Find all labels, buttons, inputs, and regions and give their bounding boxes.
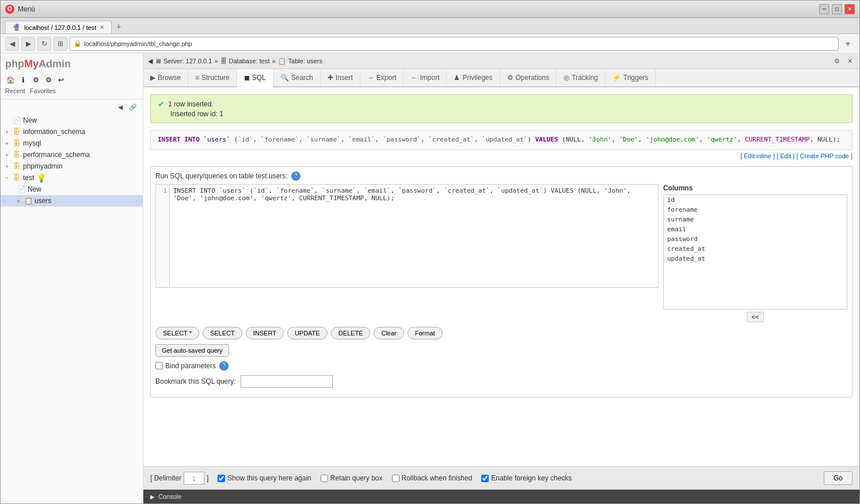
forward-button[interactable]: ▶ — [21, 37, 35, 51]
create-php-link[interactable]: [ Create PHP code ] — [796, 152, 853, 159]
test-new-label: New — [28, 185, 41, 193]
column-created_at[interactable]: created_at — [664, 244, 847, 254]
link-icon[interactable]: 🔗 — [128, 102, 138, 112]
bookmark-input[interactable] — [241, 375, 333, 388]
sql-values-kw: VALUES — [535, 136, 562, 143]
column-updated_at[interactable]: updated_at — [664, 254, 847, 264]
select-star-button[interactable]: SELECT * — [155, 327, 199, 339]
recent-fav-bar: Recent Favorites — [5, 87, 138, 94]
tab-close-button[interactable]: ✕ — [100, 24, 104, 30]
sidebar-item-information_schema[interactable]: + 🗄 information_schema — [1, 126, 143, 138]
show-again-checkbox-label[interactable]: Show this query here again — [218, 474, 311, 482]
sql-textarea[interactable]: INSERT INTO `users` (`id`, `forename`, `… — [169, 184, 659, 288]
column-email[interactable]: email — [664, 224, 847, 234]
sql-col-updated: `updated_at` — [482, 136, 527, 143]
home-icon[interactable]: 🏠 — [5, 75, 16, 85]
tab-privileges[interactable]: ♟ Privileges — [447, 69, 500, 86]
retain-box-checkbox[interactable] — [321, 475, 328, 482]
reload-button[interactable]: ↻ — [37, 37, 51, 51]
logo-my: My — [24, 58, 39, 70]
bookmark-row: Bookmark this SQL query: — [155, 375, 847, 388]
foreign-key-checkbox[interactable] — [481, 475, 489, 482]
foreign-key-checkbox-label[interactable]: Enable foreign key checks — [481, 474, 572, 482]
sidebar-item-users[interactable]: + 📋 users — [1, 195, 143, 207]
back-button[interactable]: ◀ — [5, 37, 19, 51]
update-button[interactable]: UPDATE — [287, 327, 328, 339]
tab-tracking[interactable]: ◎ Tracking — [557, 69, 606, 86]
grid-button[interactable]: ⊞ — [54, 37, 67, 51]
sql-editor-box: Run SQL query/queries on table test.user… — [150, 166, 853, 398]
edit-link[interactable]: [ Edit ] — [777, 152, 794, 159]
tab-operations[interactable]: ⚙ Operations — [500, 69, 557, 86]
show-again-checkbox[interactable] — [218, 475, 225, 482]
tab-search[interactable]: 🔍 Search — [273, 69, 321, 86]
tab-browse[interactable]: ▶ Browse — [143, 69, 188, 86]
auto-save-button[interactable]: Get auto-saved query — [155, 344, 229, 357]
db-icon-info: 🗄 — [12, 127, 21, 136]
new-tab-button[interactable]: + — [112, 20, 125, 33]
sidebar-item-mysql[interactable]: + 🗄 mysql — [1, 138, 143, 149]
content-header: ◀ 🖥 Server: 127.0.0.1 » 🗄 Database: test… — [143, 54, 859, 69]
back-nav-icon[interactable]: ◀ — [148, 58, 153, 65]
sql-preview: INSERT INTO `users` (`id`, `forename`, `… — [150, 130, 853, 150]
sidebar-item-test-new[interactable]: 📄 New — [1, 184, 143, 195]
collapse-icon[interactable]: ◀ — [115, 102, 125, 112]
maximize-button[interactable]: □ — [832, 4, 842, 14]
column-forename[interactable]: forename — [664, 205, 847, 215]
tab-structure[interactable]: ≡ Structure — [188, 69, 237, 86]
breadcrumb-table: Table: users — [288, 58, 322, 64]
columns-label: Columns — [663, 184, 847, 192]
tab-triggers[interactable]: ⚡ Triggers — [606, 69, 656, 86]
settings-icon[interactable]: ⚙ — [31, 75, 41, 85]
sidebar-new-top[interactable]: 📄 New — [1, 114, 143, 126]
console-bar[interactable]: ▶ Console — [143, 490, 859, 503]
bind-help-icon[interactable]: ? — [219, 361, 229, 371]
info-icon[interactable]: ℹ — [18, 75, 28, 85]
delimiter-input[interactable] — [184, 472, 204, 484]
minimize-button[interactable]: ─ — [819, 4, 829, 14]
address-bar[interactable]: 🔒 localhost/phpmyadmin/tbl_change.php — [70, 37, 839, 51]
edit-inline-link[interactable]: [ Edit inline ] — [740, 152, 775, 159]
insert-button[interactable]: INSERT — [246, 327, 284, 339]
sidebar-item-performance_schema[interactable]: + 🗄 performance_schema — [1, 149, 143, 161]
rollback-checkbox-label[interactable]: Rollback when finished — [392, 474, 473, 482]
go-button[interactable]: Go — [824, 471, 853, 485]
recent-link[interactable]: Recent — [5, 87, 25, 94]
triggers-icon: ⚡ — [612, 74, 621, 82]
plugin-icon[interactable]: ⚙ — [43, 75, 54, 85]
logo-php: php — [5, 58, 24, 70]
favorites-link[interactable]: Favorites — [30, 87, 56, 94]
db-icon-phpmyadmin: 🗄 — [12, 162, 21, 171]
tab-sql[interactable]: ◼ SQL — [237, 69, 273, 87]
browser-tab[interactable]: 🔮 localhost / 127.0.0.1 / test ✕ — [5, 21, 112, 33]
rollback-checkbox[interactable] — [392, 475, 399, 482]
columns-collapse-button[interactable]: << — [747, 312, 764, 322]
column-id[interactable]: id — [664, 195, 847, 205]
sql-editor-title: Run SQL query/queries on table test.user… — [155, 171, 847, 181]
column-surname[interactable]: surname — [664, 215, 847, 224]
close-button[interactable]: ✕ — [844, 4, 855, 14]
help-icon[interactable]: ? — [291, 171, 300, 181]
export-icon: → — [367, 74, 374, 82]
retain-box-checkbox-label[interactable]: Retain query box — [321, 474, 383, 482]
tab-insert[interactable]: ✚ Insert — [321, 69, 360, 86]
select-button[interactable]: SELECT — [203, 327, 242, 339]
close-tool-icon[interactable]: ✕ — [844, 56, 855, 66]
sidebar-item-phpmyadmin[interactable]: + 🗄 phpmyadmin — [1, 161, 143, 172]
tab-sql-label: SQL — [252, 74, 266, 82]
tab-export[interactable]: → Export — [360, 69, 404, 86]
address-text: localhost/phpmyadmin/tbl_change.php — [84, 40, 192, 47]
column-password[interactable]: password — [664, 234, 847, 244]
delete-button[interactable]: DELETE — [331, 327, 371, 339]
tab-import[interactable]: ← Import — [404, 69, 447, 86]
bind-params-label[interactable]: Bind parameters — [155, 362, 216, 370]
browser-tab-bar: 🔮 localhost / 127.0.0.1 / test ✕ + — [1, 18, 859, 34]
settings-tool-icon[interactable]: ⚙ — [832, 56, 842, 66]
clear-button[interactable]: Clear — [374, 327, 404, 339]
db-label-phpmyadmin: phpmyadmin — [23, 162, 63, 170]
bookmark-heart-icon[interactable]: ♥ — [841, 37, 855, 51]
exit-icon[interactable]: ↩ — [56, 75, 66, 85]
format-button[interactable]: Format — [408, 327, 443, 339]
sidebar-item-test[interactable]: − 🗄 test 💡 — [1, 172, 143, 184]
bind-params-checkbox[interactable] — [155, 362, 163, 369]
